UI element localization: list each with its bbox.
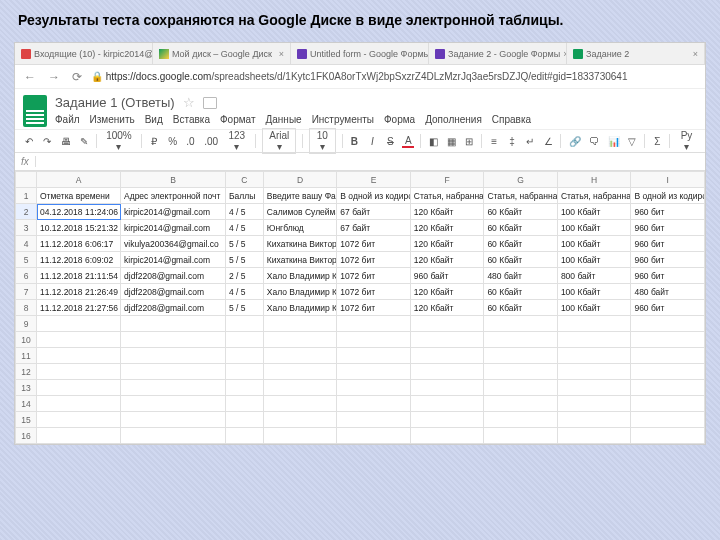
cell[interactable] [410, 412, 484, 428]
cell[interactable] [410, 380, 484, 396]
browser-tab[interactable]: Untitled form - Google Формы× [291, 43, 429, 64]
cell[interactable]: 1072 бит [337, 268, 411, 284]
tab-close-icon[interactable]: × [279, 49, 284, 59]
cell[interactable] [337, 332, 411, 348]
cell[interactable]: Кихаткина Виктория Але [263, 236, 337, 252]
cell[interactable] [337, 412, 411, 428]
cell[interactable]: В одной из кодировок U [337, 188, 411, 204]
menu-item[interactable]: Файл [55, 114, 80, 125]
cell[interactable] [37, 412, 121, 428]
dec-decrease-button[interactable]: .0 [184, 136, 196, 147]
cell[interactable]: 1072 бит [337, 236, 411, 252]
column-header[interactable]: G [484, 172, 558, 188]
cell[interactable] [37, 428, 121, 444]
cell[interactable] [226, 364, 264, 380]
cell[interactable]: 120 Кбайт [410, 252, 484, 268]
cell[interactable]: 960 бит [631, 220, 705, 236]
cell[interactable] [226, 396, 264, 412]
cell[interactable]: 100 Кбайт [557, 284, 631, 300]
strike-button[interactable]: S [384, 136, 396, 147]
cell[interactable] [557, 348, 631, 364]
cell[interactable] [226, 428, 264, 444]
row-header[interactable]: 16 [16, 428, 37, 444]
cell[interactable] [121, 332, 226, 348]
cell[interactable]: Статья, набранная на ко [484, 188, 558, 204]
nav-back-button[interactable]: ← [21, 70, 39, 84]
halign-button[interactable]: ≡ [488, 136, 500, 147]
select-all-corner[interactable] [16, 172, 37, 188]
cell[interactable]: 960 бит [631, 236, 705, 252]
cell[interactable]: 1072 бит [337, 284, 411, 300]
browser-tab[interactable]: Задание 2× [567, 43, 705, 64]
menu-item[interactable]: Вставка [173, 114, 210, 125]
cell[interactable]: 11.12.2018 21:27:56 [37, 300, 121, 316]
cell[interactable] [37, 316, 121, 332]
cell[interactable]: Статья, набранная на ко [557, 188, 631, 204]
menu-item[interactable]: Форма [384, 114, 415, 125]
browser-tab[interactable]: Задание 2 - Google Формы× [429, 43, 567, 64]
link-button[interactable]: 🔗 [567, 136, 581, 147]
cell[interactable] [631, 332, 705, 348]
cell[interactable] [410, 396, 484, 412]
undo-button[interactable]: ↶ [23, 136, 35, 147]
cell[interactable]: djdf2208@gmail.com [121, 284, 226, 300]
cell[interactable] [484, 412, 558, 428]
cell[interactable] [484, 396, 558, 412]
row-header[interactable]: 10 [16, 332, 37, 348]
percent-button[interactable]: % [166, 136, 178, 147]
row-header[interactable]: 11 [16, 348, 37, 364]
cell[interactable]: 4 / 5 [226, 204, 264, 220]
cell[interactable]: 960 бит [631, 300, 705, 316]
zoom-select[interactable]: 100% ▾ [103, 130, 136, 152]
rotate-button[interactable]: ∠ [542, 136, 554, 147]
cell[interactable] [337, 396, 411, 412]
cell[interactable] [484, 316, 558, 332]
menu-item[interactable]: Дополнения [425, 114, 482, 125]
cell[interactable]: 11.12.2018 6:06:17 [37, 236, 121, 252]
cell[interactable] [631, 412, 705, 428]
cell[interactable]: 960 бит [631, 252, 705, 268]
cell[interactable]: 67 байт [337, 220, 411, 236]
nav-reload-button[interactable]: ⟳ [69, 70, 85, 84]
cell[interactable]: 04.12.2018 11:24:06 [37, 204, 121, 220]
cell[interactable]: 11.12.2018 21:26:49 [37, 284, 121, 300]
cell[interactable]: 10.12.2018 15:21:32 [37, 220, 121, 236]
cell[interactable]: 4 / 5 [226, 284, 264, 300]
cell[interactable]: В одной из кодирово [631, 188, 705, 204]
cell[interactable]: 2 / 5 [226, 268, 264, 284]
valign-button[interactable]: ‡ [506, 136, 518, 147]
cell[interactable]: 60 Кбайт [484, 300, 558, 316]
cell[interactable] [410, 332, 484, 348]
text-color-button[interactable]: A [402, 135, 414, 148]
cell[interactable] [337, 380, 411, 396]
fill-color-button[interactable]: ◧ [427, 136, 439, 147]
cell[interactable]: 11.12.2018 21:11:54 [37, 268, 121, 284]
browser-tab[interactable]: Мой диск – Google Диск× [153, 43, 291, 64]
cell[interactable] [337, 428, 411, 444]
cell[interactable]: Баллы [226, 188, 264, 204]
cell[interactable]: Салимов Сулейман [263, 204, 337, 220]
redo-button[interactable]: ↷ [41, 136, 53, 147]
cell[interactable] [121, 348, 226, 364]
cell[interactable] [226, 412, 264, 428]
cell[interactable]: 60 Кбайт [484, 284, 558, 300]
row-header[interactable]: 4 [16, 236, 37, 252]
menu-item[interactable]: Инструменты [312, 114, 374, 125]
column-header[interactable]: I [631, 172, 705, 188]
cell[interactable] [631, 348, 705, 364]
cell[interactable] [263, 316, 337, 332]
chart-button[interactable]: 📊 [606, 136, 620, 147]
cell[interactable] [121, 380, 226, 396]
cell[interactable]: 120 Кбайт [410, 236, 484, 252]
cell[interactable] [263, 412, 337, 428]
row-header[interactable]: 13 [16, 380, 37, 396]
cell[interactable] [631, 428, 705, 444]
cell[interactable]: 67 байт [337, 204, 411, 220]
menu-item[interactable]: Данные [266, 114, 302, 125]
number-format-select[interactable]: 123 ▾ [224, 130, 249, 152]
cell[interactable]: 100 Кбайт [557, 220, 631, 236]
dec-increase-button[interactable]: .00 [202, 136, 218, 147]
cell[interactable] [484, 332, 558, 348]
filter-button[interactable]: ▽ [626, 136, 638, 147]
cell[interactable]: 60 Кбайт [484, 236, 558, 252]
